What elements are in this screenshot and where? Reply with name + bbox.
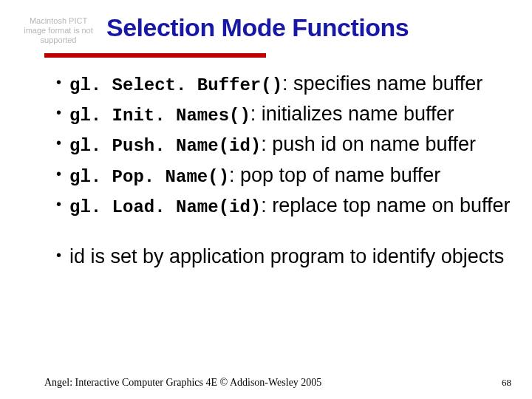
bullet-list-secondary: id is set by application program to iden… xyxy=(56,244,514,270)
code-span: gl. Init. Names() xyxy=(69,106,250,126)
desc-span: : push id on name buffer xyxy=(261,133,476,155)
header: Macintosh PICT image format is not suppo… xyxy=(18,13,514,46)
list-item: gl. Init. Names(): initializes name buff… xyxy=(56,101,514,127)
list-item: gl. Push. Name(id): push id on name buff… xyxy=(56,132,514,157)
desc-span: : specifies name buffer xyxy=(282,72,482,95)
pict-placeholder: Macintosh PICT image format is not suppo… xyxy=(18,13,99,46)
footer: Angel: Interactive Computer Graphics 4E … xyxy=(0,377,532,389)
bullet-list: gl. Select. Buffer(): specifies name buf… xyxy=(56,71,514,219)
desc-span: : initializes name buffer xyxy=(250,103,454,125)
slide: Macintosh PICT image format is not suppo… xyxy=(0,0,532,399)
list-item: gl. Pop. Name(): pop top of name buffer xyxy=(56,163,514,188)
copyright: Angel: Interactive Computer Graphics 4E … xyxy=(44,377,321,389)
list-item: id is set by application program to iden… xyxy=(56,244,514,270)
page-number: 68 xyxy=(502,377,511,389)
code-span: gl. Select. Buffer() xyxy=(69,75,282,95)
list-item: gl. Select. Buffer(): specifies name buf… xyxy=(56,71,514,97)
desc-span: : pop top of name buffer xyxy=(229,164,440,186)
code-span: gl. Pop. Name() xyxy=(69,167,229,187)
page-title: Selection Mode Functions xyxy=(106,13,409,42)
title-underline xyxy=(44,53,266,58)
code-span: gl. Push. Name(id) xyxy=(69,136,261,156)
desc-span: : replace top name on buffer xyxy=(261,194,510,216)
content: gl. Select. Buffer(): specifies name buf… xyxy=(18,71,514,270)
desc-span: id is set by application program to iden… xyxy=(69,245,504,267)
list-item: gl. Load. Name(id): replace top name on … xyxy=(56,193,514,219)
code-span: gl. Load. Name(id) xyxy=(69,197,261,217)
